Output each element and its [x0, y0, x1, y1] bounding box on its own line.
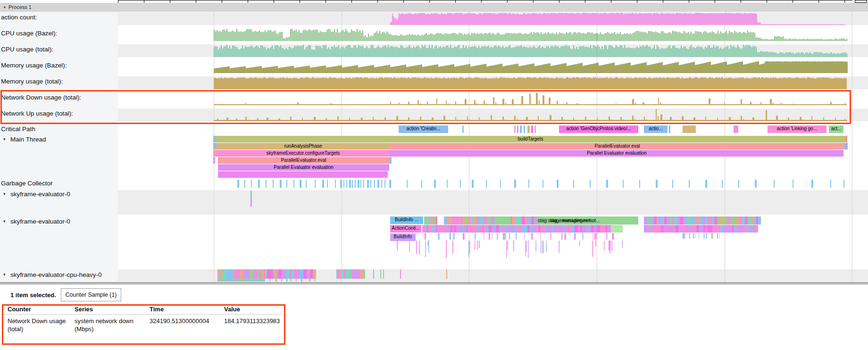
collapse-triangle-icon[interactable]: ▾: [3, 219, 6, 224]
track-label-main-thread[interactable]: Main Thread: [10, 136, 46, 143]
evaluator2-slice[interactable]: BuildInfo: [390, 233, 416, 241]
track-name-sidebar: action count: CPU usage (Bazel): CPU usa…: [0, 12, 118, 282]
track-label-cpu-bazel[interactable]: CPU usage (Bazel):: [1, 30, 57, 37]
network-tracks-highlight-box: [0, 90, 851, 124]
track-label-gc[interactable]: Garbage Collector: [1, 180, 53, 187]
tab-counter-sample[interactable]: Counter Sample (1): [61, 288, 121, 301]
track-label-evaluator-2[interactable]: skyframe-evaluator-0: [10, 218, 70, 225]
slice-field-canvas[interactable]: [118, 12, 868, 282]
process-group-header[interactable]: ▾Process 1: [0, 3, 868, 12]
collapse-triangle-icon[interactable]: ▾: [3, 272, 6, 277]
timeline-track-area[interactable]: action 'Creatin...action 'GenObjcProtos …: [118, 12, 868, 282]
collapse-triangle-icon[interactable]: ▾: [3, 192, 6, 196]
trace-viewer: ▾Process 1 action count: CPU usage (Baze…: [0, 0, 868, 350]
collapse-triangle-icon[interactable]: ▾: [3, 137, 6, 142]
evaluator2-slice[interactable]: BuildInfo ...: [390, 217, 423, 224]
evaluator2-green-slice[interactable]: stag:stag...stagemanagemen:t...executing…: [538, 217, 638, 225]
collapse-triangle-icon[interactable]: ▾: [4, 3, 6, 12]
counter-sample-table-highlight-box: [2, 304, 285, 345]
track-label-cpu-total[interactable]: CPU usage (total):: [1, 46, 53, 53]
overlapping-slice-label: executing.remot...: [562, 217, 600, 224]
evaluator2-slice[interactable]: ActionConti...: [390, 225, 421, 233]
track-label-mem-total[interactable]: Memory usage (total):: [1, 78, 63, 85]
track-label-evaluator-1[interactable]: skyframe-evaluator-0: [10, 191, 70, 198]
process-label: Process 1: [8, 4, 32, 10]
track-label-critical-path[interactable]: Critical Path: [1, 125, 35, 133]
track-label-action-count[interactable]: action count:: [1, 14, 37, 21]
track-label-mem-bazel[interactable]: Memory usage (Bazel):: [1, 62, 67, 69]
selection-status: 1 item selected.: [10, 292, 56, 299]
track-label-cpu-heavy[interactable]: skyframe-evaluator-cpu-heavy-0: [10, 271, 102, 278]
